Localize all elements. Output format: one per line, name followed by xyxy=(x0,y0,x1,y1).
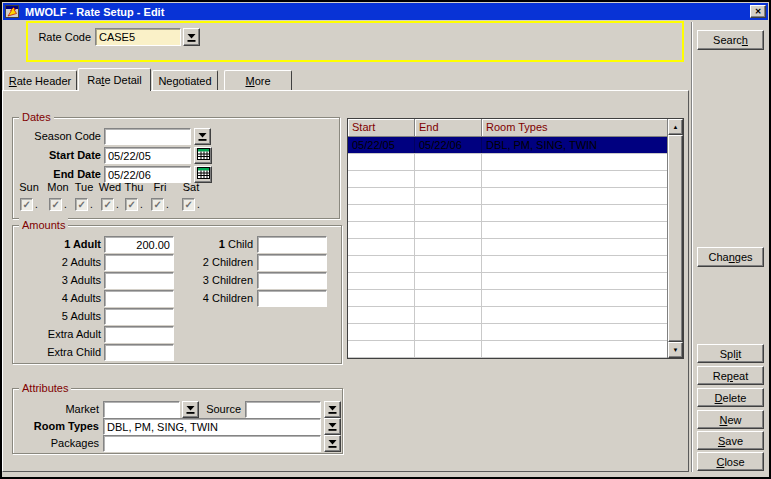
day-checkbox-fri[interactable]: ✓ xyxy=(151,198,164,211)
scroll-down-icon: ▼ xyxy=(673,347,679,353)
day-column-thu: Thu✓. xyxy=(120,181,148,211)
table-row[interactable] xyxy=(348,324,667,341)
market-label: Market xyxy=(15,401,99,418)
market-lov-button[interactable] xyxy=(182,401,199,418)
table-scrollbar: ▲ ▼ xyxy=(667,119,683,358)
delete-button[interactable]: Delete xyxy=(697,388,764,407)
table-row[interactable] xyxy=(348,171,667,188)
rates-table-grid: Start End Room Types 05/22/05 05/22/06 D… xyxy=(348,119,667,358)
amount-label-extra-child: Extra Child xyxy=(15,344,101,361)
day-checkbox-sat[interactable]: ✓ xyxy=(182,198,195,211)
table-row[interactable] xyxy=(348,341,667,358)
close-icon: ✕ xyxy=(755,8,762,16)
packages-lov-button[interactable] xyxy=(324,435,341,452)
table-row[interactable] xyxy=(348,256,667,273)
table-row[interactable] xyxy=(348,307,667,324)
market-input[interactable] xyxy=(103,401,180,418)
source-input[interactable] xyxy=(245,401,321,418)
amount-label-4-children: 4 Children xyxy=(123,290,253,307)
room-types-input[interactable] xyxy=(103,418,321,435)
repeat-button[interactable]: Repeat xyxy=(697,366,764,385)
amount-input-extra-adult[interactable] xyxy=(104,326,174,343)
amount-input-2-children[interactable] xyxy=(257,254,327,271)
table-row[interactable] xyxy=(348,188,667,205)
day-checkbox-mon[interactable]: ✓ xyxy=(49,198,62,211)
check-icon: ✓ xyxy=(77,200,85,210)
lov-down-arrow-icon xyxy=(198,129,207,144)
amount-label-1-child: 1 Child xyxy=(123,236,253,253)
tab-rate-header[interactable]: Rate Header xyxy=(3,70,77,90)
day-column-tue: Tue✓. xyxy=(70,181,98,211)
tab-rate-detail[interactable]: Rate Detail xyxy=(78,68,151,91)
new-button[interactable]: New xyxy=(697,410,764,429)
season-code-lov-button[interactable] xyxy=(194,128,211,145)
room-types-lov-button[interactable] xyxy=(324,418,341,435)
amount-input-5-adults[interactable] xyxy=(104,308,174,325)
split-button[interactable]: Split xyxy=(697,344,764,363)
table-header-row: Start End Room Types xyxy=(348,119,667,137)
packages-input[interactable] xyxy=(103,435,321,452)
day-checkbox-wed[interactable]: ✓ xyxy=(101,198,114,211)
amount-input-extra-child[interactable] xyxy=(104,344,174,361)
season-code-input[interactable] xyxy=(104,128,191,145)
titlebar-close-button[interactable]: ✕ xyxy=(750,5,766,18)
day-checkbox-tue[interactable]: ✓ xyxy=(75,198,88,211)
save-button[interactable]: Save xyxy=(697,431,764,450)
table-row[interactable] xyxy=(348,290,667,307)
table-cell-start: 05/22/05 xyxy=(348,137,415,153)
scroll-down-button[interactable]: ▼ xyxy=(668,342,683,358)
lov-down-arrow-icon xyxy=(328,419,337,434)
app-icon xyxy=(5,5,21,19)
amount-input-1-child[interactable] xyxy=(257,236,327,253)
check-icon: ✓ xyxy=(153,200,161,210)
day-column-sat: Sat✓. xyxy=(177,181,205,211)
tab-more[interactable]: More xyxy=(224,70,292,90)
table-cell-end: 05/22/06 xyxy=(415,137,482,153)
scroll-up-icon: ▲ xyxy=(673,124,679,130)
start-date-label: Start Date xyxy=(15,147,101,164)
amount-label-3-children: 3 Children xyxy=(123,272,253,289)
rates-table: Start End Room Types 05/22/05 05/22/06 D… xyxy=(347,118,684,359)
changes-button[interactable]: Changes xyxy=(697,247,764,267)
table-row[interactable] xyxy=(348,239,667,256)
source-lov-button[interactable] xyxy=(324,401,341,418)
search-button[interactable]: Search xyxy=(697,30,764,50)
scroll-thumb[interactable] xyxy=(668,135,683,342)
table-header-start: Start xyxy=(348,119,415,137)
dates-group: Dates Season Code Start Date End Date Su… xyxy=(12,117,340,219)
rate-code-frame: Rate Code xyxy=(26,21,684,62)
lov-down-arrow-icon xyxy=(187,30,196,45)
check-icon: ✓ xyxy=(127,200,135,210)
day-label: Mon xyxy=(44,181,72,196)
close-button[interactable]: Close xyxy=(697,452,764,471)
start-date-input[interactable] xyxy=(104,147,191,164)
check-icon: ✓ xyxy=(184,200,192,210)
day-label: Tue xyxy=(70,181,98,196)
check-icon: ✓ xyxy=(103,200,111,210)
titlebar: MWOLF - Rate Setup - Edit ✕ xyxy=(3,3,768,20)
rate-code-lov-button[interactable] xyxy=(183,28,200,46)
table-row[interactable] xyxy=(348,273,667,290)
amount-label-extra-adult: Extra Adult xyxy=(15,326,101,343)
amount-input-3-children[interactable] xyxy=(257,272,327,289)
table-row[interactable] xyxy=(348,205,667,222)
lov-down-arrow-icon xyxy=(328,436,337,451)
lov-down-arrow-icon xyxy=(186,402,195,417)
table-row-selected[interactable]: 05/22/05 05/22/06 DBL, PM, SING, TWIN xyxy=(348,137,667,154)
tab-negotiated[interactable]: Negotiated xyxy=(152,70,218,90)
start-date-calendar-button[interactable] xyxy=(194,147,212,164)
packages-label: Packages xyxy=(15,435,99,452)
table-row[interactable] xyxy=(348,154,667,171)
amounts-group: Amounts 1 Adult 2 Adults 3 Adults 4 Adul… xyxy=(12,225,342,364)
amount-input-4-children[interactable] xyxy=(257,290,327,307)
day-checkbox-sun[interactable]: ✓ xyxy=(20,198,33,211)
scroll-up-button[interactable]: ▲ xyxy=(668,119,683,135)
amount-label-2-children: 2 Children xyxy=(123,254,253,271)
day-checkbox-thu[interactable]: ✓ xyxy=(125,198,138,211)
table-row[interactable] xyxy=(348,222,667,239)
season-code-label: Season Code xyxy=(15,128,101,145)
rate-code-input[interactable] xyxy=(95,28,181,46)
day-column-fri: Fri✓. xyxy=(146,181,174,211)
source-label: Source xyxy=(199,401,241,418)
window-title: MWOLF - Rate Setup - Edit xyxy=(25,6,164,18)
